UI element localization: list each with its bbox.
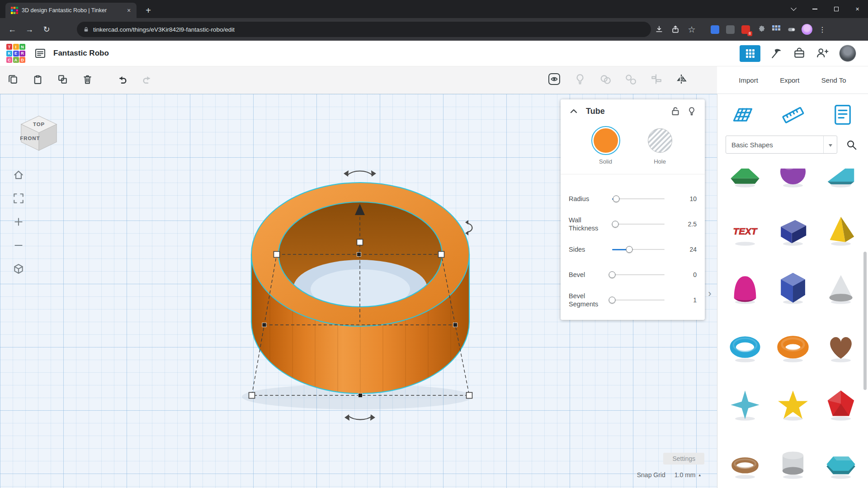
undo-icon[interactable] — [117, 74, 128, 87]
slider-track[interactable] — [612, 249, 665, 250]
forward-icon[interactable]: → — [21, 21, 38, 38]
shape-torus-thick[interactable] — [769, 329, 817, 364]
height-handle[interactable] — [357, 239, 363, 245]
backpack-icon[interactable] — [793, 47, 806, 60]
search-shapes-icon[interactable] — [842, 136, 861, 154]
delete-icon[interactable] — [82, 74, 93, 87]
extension-puzzle-icon[interactable] — [753, 22, 769, 37]
category-stepper-icon[interactable] — [823, 136, 837, 153]
mirror-icon[interactable] — [675, 73, 687, 87]
align-icon[interactable] — [650, 73, 662, 87]
view-cube[interactable]: TOP FRONT — [16, 109, 61, 154]
collapse-sidebar-icon[interactable]: › — [704, 284, 715, 304]
corner-handle-back-right[interactable] — [439, 252, 444, 258]
shape-cone[interactable] — [817, 271, 865, 306]
new-tab-button[interactable]: + — [142, 4, 155, 17]
edge-handle-back[interactable] — [357, 253, 361, 257]
show-all-button[interactable] — [548, 73, 561, 87]
notes-tool-icon[interactable] — [829, 101, 856, 128]
browser-tab[interactable]: 3D design Fantastic Robo | Tinker × — [5, 3, 137, 18]
window-close-button[interactable]: × — [847, 0, 868, 18]
shape-icosahedron[interactable] — [817, 387, 865, 422]
solid-option[interactable]: Solid — [586, 128, 626, 165]
shape-star[interactable] — [769, 387, 817, 422]
back-icon[interactable]: ← — [4, 21, 21, 38]
tinker-pickaxe-icon[interactable] — [770, 47, 783, 60]
fit-view-icon[interactable] — [13, 192, 24, 204]
browser-menu-icon[interactable]: ⋮ — [815, 22, 830, 37]
extension-blue-icon[interactable] — [707, 22, 722, 37]
zoom-in-icon[interactable] — [13, 216, 24, 228]
shape-box[interactable] — [769, 212, 817, 248]
shape-sphere[interactable] — [769, 169, 817, 189]
slider-track[interactable] — [612, 198, 665, 199]
share-icon[interactable] — [667, 21, 684, 38]
install-icon[interactable] — [651, 21, 667, 38]
ungroup-icon[interactable] — [625, 73, 637, 87]
zoom-out-icon[interactable] — [13, 239, 24, 251]
extension-grid-icon[interactable] — [769, 22, 784, 37]
shape-hexagon[interactable] — [817, 446, 865, 481]
redo-icon[interactable] — [142, 74, 153, 87]
slider-track[interactable] — [612, 224, 665, 225]
sidebar-scrollbar[interactable] — [863, 252, 867, 390]
collapse-panel-icon[interactable] — [569, 106, 579, 116]
slider-knob[interactable] — [613, 196, 620, 202]
refresh-icon[interactable]: ↻ — [38, 21, 55, 38]
workplane-tool-icon[interactable] — [729, 101, 756, 128]
home-view-icon[interactable] — [13, 169, 24, 181]
corner-handle-back-left[interactable] — [274, 252, 280, 258]
slider-knob[interactable] — [609, 272, 616, 278]
profile-avatar[interactable] — [799, 22, 815, 37]
paste-icon[interactable] — [32, 74, 43, 87]
extension-blocker-icon[interactable]: 8 — [738, 22, 753, 37]
design-title[interactable]: Fantastic Robo — [53, 49, 109, 58]
tab-search-icon[interactable] — [783, 0, 804, 18]
shape-category-select[interactable]: Basic Shapes — [726, 136, 837, 154]
lock-open-icon[interactable] — [670, 106, 680, 116]
perspective-icon[interactable] — [13, 263, 24, 275]
hole-option[interactable]: Hole — [640, 128, 680, 165]
user-avatar[interactable] — [839, 45, 856, 62]
shape-text[interactable]: TEXT — [721, 212, 769, 248]
corner-handle-front-right[interactable] — [467, 393, 472, 399]
slider-knob[interactable] — [626, 246, 633, 253]
shape-cylinder[interactable] — [769, 446, 817, 481]
snap-grid-select[interactable]: 1.0 mm ▴ — [671, 470, 704, 480]
ruler-tool-icon[interactable] — [779, 101, 807, 128]
design-menu-icon[interactable] — [34, 47, 46, 59]
window-minimize-button[interactable] — [804, 0, 826, 18]
edge-handle-left[interactable] — [262, 323, 266, 327]
group-icon[interactable] — [599, 73, 611, 87]
duplicate-icon[interactable] — [57, 74, 68, 87]
add-person-icon[interactable] — [816, 47, 829, 60]
slider-track[interactable] — [612, 300, 665, 300]
extension-toggle-icon[interactable] — [784, 22, 799, 37]
shape-torus[interactable] — [721, 329, 769, 364]
bookmark-star-icon[interactable]: ☆ — [684, 21, 700, 38]
shape-heart[interactable] — [817, 329, 865, 364]
address-bar[interactable]: tinkercad.com/things/eV3Kir842l9-fantast… — [77, 22, 651, 37]
shape-star4[interactable] — [721, 387, 769, 422]
tab-close-icon[interactable]: × — [125, 6, 133, 14]
slider-knob[interactable] — [609, 297, 616, 304]
shape-pyramid[interactable] — [817, 212, 865, 248]
send-to-button[interactable]: Send To — [821, 76, 846, 84]
edge-handle-front[interactable] — [359, 394, 363, 398]
light-bulb-icon[interactable] — [687, 106, 697, 116]
solid-swatch[interactable] — [594, 128, 618, 153]
slider-knob[interactable] — [612, 221, 618, 228]
extension-dark-icon[interactable] — [722, 22, 738, 37]
design-canvas[interactable]: TOP FRONT Tube Solid — [0, 94, 717, 488]
shape-roof[interactable] — [721, 169, 769, 189]
slider-track[interactable] — [612, 274, 665, 275]
shape-paraboloid[interactable] — [721, 271, 769, 306]
shape-polygon[interactable] — [769, 271, 817, 306]
shape-wedge[interactable] — [817, 169, 865, 189]
export-button[interactable]: Export — [780, 76, 799, 84]
light-bulb-icon[interactable] — [574, 73, 586, 87]
copy-icon[interactable] — [7, 74, 19, 87]
corner-handle-front-left[interactable] — [249, 393, 255, 399]
edge-handle-right[interactable] — [453, 323, 458, 327]
hole-swatch[interactable] — [648, 128, 672, 153]
